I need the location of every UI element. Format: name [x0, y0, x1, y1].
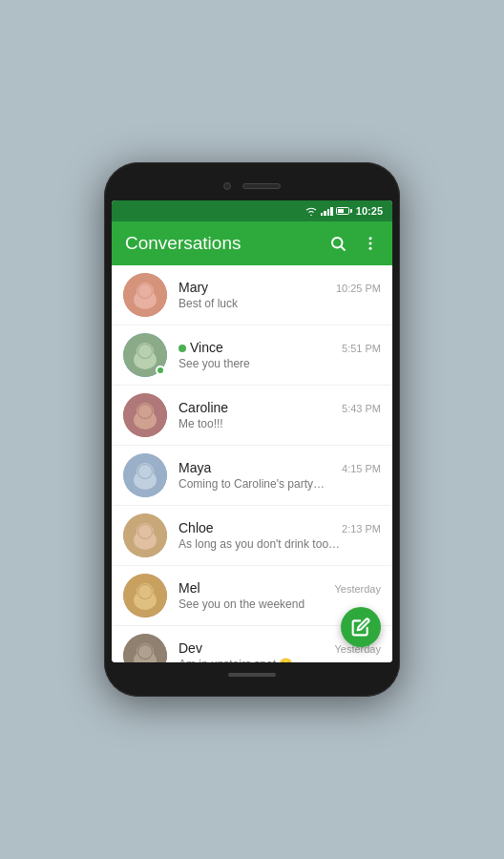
avatar — [123, 634, 167, 662]
signal-icon — [321, 206, 333, 216]
search-button[interactable] — [329, 235, 346, 252]
list-item[interactable]: Vince5:51 PMSee you there — [112, 325, 392, 386]
app-bar-title: Conversations — [125, 233, 329, 254]
front-camera — [223, 182, 231, 190]
svg-point-29 — [138, 525, 152, 538]
svg-point-19 — [138, 405, 152, 418]
svg-point-0 — [332, 238, 343, 248]
avatar — [123, 393, 167, 437]
avatar — [123, 574, 167, 618]
svg-point-9 — [138, 284, 152, 298]
status-bar: 10:25 — [112, 200, 392, 221]
phone-bottom-bar — [112, 666, 392, 683]
contact-name: Dev — [178, 640, 202, 656]
conversation-content: Vince5:51 PMSee you there — [178, 340, 381, 370]
avatar-container — [123, 513, 167, 557]
compose-icon — [351, 618, 370, 637]
status-icons: 10:25 — [304, 205, 383, 217]
more-options-button[interactable] — [362, 235, 379, 252]
message-preview: See you there — [178, 357, 381, 370]
message-time: Yesterday — [334, 583, 381, 595]
message-preview: Coming to Caroline's party… — [178, 477, 381, 491]
contact-name: Caroline — [178, 400, 228, 415]
avatar — [123, 453, 167, 497]
home-indicator — [228, 673, 276, 677]
conversation-content: Mary10:25 PMBest of luck — [178, 280, 381, 310]
conversation-content: Chloe2:13 PMAs long as you don't drink t… — [178, 520, 381, 551]
svg-point-39 — [138, 645, 152, 659]
conversation-header: Maya4:15 PM — [178, 460, 381, 475]
phone-top-bar — [112, 176, 392, 197]
conversation-header: Chloe2:13 PM — [178, 520, 381, 535]
message-preview: As long as you don't drink too… — [178, 537, 381, 551]
contact-name: Chloe — [178, 520, 214, 535]
message-preview: Me too!!! — [178, 417, 381, 430]
message-time: 5:43 PM — [342, 403, 381, 414]
svg-point-14 — [138, 345, 152, 358]
conversation-header: Mary10:25 PM — [178, 280, 381, 295]
conversation-header: Caroline5:43 PM — [178, 400, 381, 415]
message-time: 5:51 PM — [342, 343, 381, 354]
compose-fab[interactable] — [341, 607, 381, 647]
avatar — [123, 273, 167, 317]
contact-name: Mary — [178, 280, 208, 295]
app-bar-actions — [329, 235, 379, 252]
svg-point-3 — [369, 242, 372, 245]
app-bar: Conversations — [112, 221, 392, 265]
phone-screen: 10:25 Conversations — [112, 200, 392, 662]
avatar-container — [123, 273, 167, 317]
avatar-container — [123, 333, 167, 377]
svg-point-24 — [138, 465, 152, 478]
list-item[interactable]: Caroline5:43 PMMe too!!! — [112, 386, 392, 446]
contact-name: Mel — [178, 580, 200, 596]
status-time: 10:25 — [356, 205, 383, 217]
conversation-list: Mary10:25 PMBest of luck Vince5:51 PMSee… — [112, 265, 392, 662]
wifi-icon — [304, 206, 318, 216]
list-item[interactable]: Maya4:15 PMComing to Caroline's party… — [112, 446, 392, 506]
phone-shell: 10:25 Conversations — [104, 162, 400, 697]
message-preview: Best of luck — [178, 297, 381, 310]
message-time: 2:13 PM — [342, 523, 381, 534]
message-time: 10:25 PM — [336, 283, 381, 294]
avatar-container — [123, 634, 167, 662]
svg-point-4 — [369, 247, 372, 250]
speaker — [242, 183, 281, 189]
svg-point-34 — [138, 585, 152, 598]
avatar — [123, 513, 167, 557]
conversation-content: Caroline5:43 PMMe too!!! — [178, 400, 381, 430]
conversation-header: MelYesterday — [178, 580, 381, 596]
conversation-content: MelYesterdaySee you on the weekend — [178, 580, 381, 611]
conversation-header: Vince5:51 PM — [178, 340, 381, 355]
message-preview: Am in upstairs spot 😊 — [178, 658, 381, 662]
avatar-container — [123, 574, 167, 618]
online-indicator — [156, 366, 165, 375]
avatar-container — [123, 453, 167, 497]
contact-name: Vince — [178, 340, 223, 355]
svg-line-1 — [341, 246, 345, 250]
contact-name: Maya — [178, 460, 211, 475]
list-item[interactable]: Chloe2:13 PMAs long as you don't drink t… — [112, 506, 392, 566]
battery-icon — [336, 207, 349, 215]
svg-point-2 — [369, 237, 372, 240]
conversation-content: Maya4:15 PMComing to Caroline's party… — [178, 460, 381, 491]
avatar-container — [123, 393, 167, 437]
list-item[interactable]: Mary10:25 PMBest of luck — [112, 265, 392, 325]
message-time: 4:15 PM — [342, 463, 381, 474]
